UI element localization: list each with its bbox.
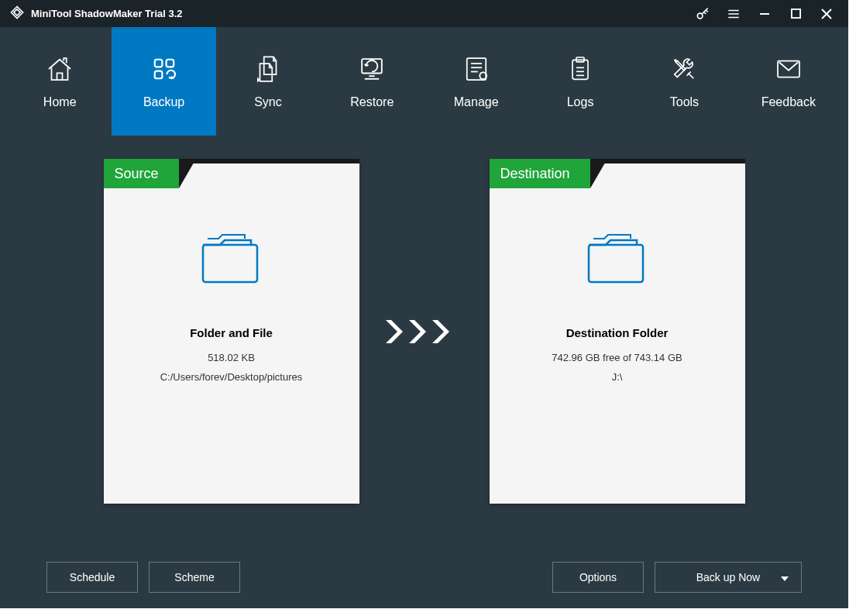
content-area: Source Folder and File 518.02 KB C:/User… <box>0 136 848 546</box>
source-header-label: Source <box>104 159 179 188</box>
svg-rect-26 <box>589 245 643 282</box>
nav-home[interactable]: Home <box>8 27 112 136</box>
source-size: 518.02 KB <box>208 352 255 363</box>
destination-title: Destination Folder <box>566 326 669 339</box>
tools-icon <box>668 53 700 84</box>
folder-icon <box>197 231 266 291</box>
svg-rect-9 <box>166 60 174 67</box>
nav-label: Restore <box>350 95 394 109</box>
nav-feedback[interactable]: Feedback <box>737 27 841 136</box>
arrow-icon <box>359 316 490 347</box>
nav-label: Backup <box>143 95 184 109</box>
svg-rect-25 <box>203 245 257 282</box>
schedule-button[interactable]: Schedule <box>46 562 138 593</box>
destination-space: 742.96 GB free of 743.14 GB <box>552 352 682 363</box>
titlebar: MiniTool ShadowMaker Trial 3.2 <box>0 0 848 27</box>
nav-sync[interactable]: Sync <box>216 27 320 136</box>
nav-label: Logs <box>567 95 594 109</box>
main-nav: Home Backup Sync <box>0 27 848 136</box>
nav-label: Tools <box>670 95 699 109</box>
nav-restore[interactable]: Restore <box>320 27 424 136</box>
sync-icon <box>252 53 284 84</box>
destination-path: J:\ <box>612 371 623 383</box>
source-title: Folder and File <box>190 326 273 339</box>
close-button[interactable] <box>811 0 842 27</box>
source-path: C:/Users/forev/Desktop/pictures <box>160 371 303 383</box>
nav-label: Feedback <box>761 95 816 109</box>
destination-header-label: Destination <box>490 159 590 188</box>
maximize-button[interactable] <box>780 0 811 27</box>
home-icon <box>43 53 76 84</box>
nav-label: Manage <box>454 95 499 109</box>
button-label: Options <box>579 571 617 583</box>
logs-icon <box>565 53 596 84</box>
source-card[interactable]: Source Folder and File 518.02 KB C:/User… <box>104 159 359 504</box>
manage-icon <box>460 53 493 84</box>
folder-icon <box>583 231 652 291</box>
nav-label: Sync <box>254 95 282 109</box>
nav-tools[interactable]: Tools <box>632 27 736 136</box>
svg-rect-19 <box>572 60 588 79</box>
svg-rect-5 <box>791 9 799 18</box>
svg-rect-14 <box>466 58 486 80</box>
nav-backup[interactable]: Backup <box>112 27 215 136</box>
nav-logs[interactable]: Logs <box>528 27 632 136</box>
button-label: Scheme <box>174 571 214 583</box>
key-icon[interactable] <box>687 0 718 27</box>
source-card-header: Source <box>104 159 359 188</box>
chevron-down-icon <box>781 571 789 583</box>
minimize-button[interactable] <box>749 0 780 27</box>
button-label: Schedule <box>70 571 115 583</box>
button-label: Back up Now <box>696 571 760 583</box>
nav-manage[interactable]: Manage <box>425 27 528 136</box>
svg-rect-8 <box>154 60 162 67</box>
feedback-icon <box>772 53 805 84</box>
backup-now-button[interactable]: Back up Now <box>655 562 802 593</box>
menu-icon[interactable] <box>718 0 749 27</box>
options-button[interactable]: Options <box>552 562 644 593</box>
destination-card-header: Destination <box>490 159 745 188</box>
scheme-button[interactable]: Scheme <box>149 562 240 593</box>
svg-point-0 <box>697 13 703 19</box>
restore-icon <box>355 53 389 84</box>
app-window: MiniTool ShadowMaker Trial 3.2 <box>0 0 848 608</box>
destination-card[interactable]: Destination Destination Folder 742.96 GB… <box>490 159 745 504</box>
svg-rect-10 <box>154 71 162 79</box>
nav-label: Home <box>43 95 77 109</box>
app-logo-icon <box>9 5 25 23</box>
app-title: MiniTool ShadowMaker Trial 3.2 <box>31 8 183 19</box>
backup-icon <box>148 53 180 84</box>
bottom-bar: Schedule Scheme Options Back up Now <box>0 546 848 608</box>
